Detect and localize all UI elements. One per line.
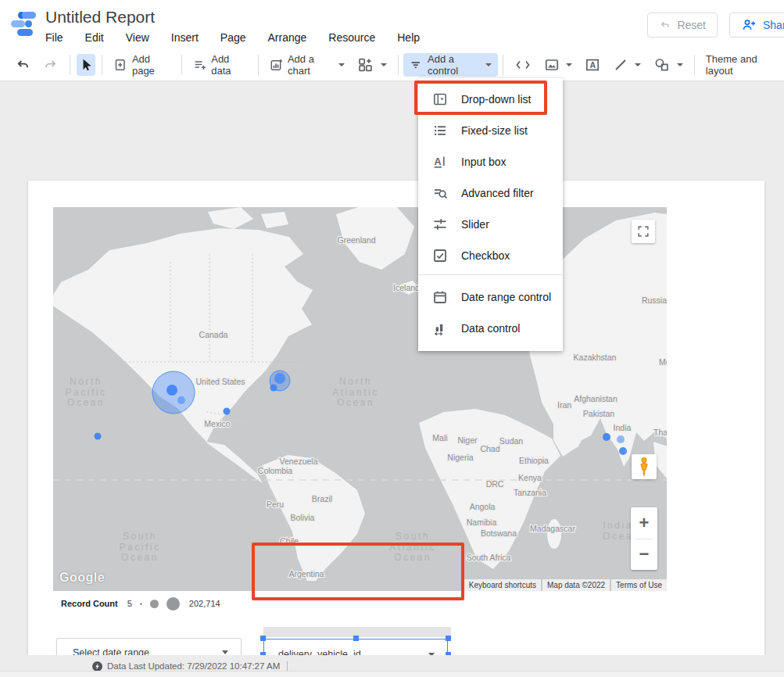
undo-icon [15, 57, 30, 73]
zoom-out-button[interactable]: − [631, 539, 657, 570]
map-data-copyright: Map data ©2022 [542, 579, 610, 591]
menu-item-checkbox[interactable]: Checkbox [418, 240, 563, 271]
resize-handle[interactable] [260, 636, 266, 641]
menu-item-date-range-control[interactable]: Date range control [418, 281, 563, 313]
menu-item-advanced-filter[interactable]: Advanced filter [418, 177, 563, 209]
add-image-button[interactable] [538, 53, 578, 77]
drop-down-list-icon [432, 91, 448, 107]
embed-url-button[interactable] [508, 53, 538, 77]
menu-divider [418, 274, 563, 275]
person-add-icon [741, 17, 757, 33]
keyboard-shortcuts-link[interactable]: Keyboard shortcuts [464, 579, 541, 591]
share-button[interactable]: Share [729, 13, 784, 38]
map-fullscreen-button[interactable] [632, 220, 655, 243]
map-label-mali: Mali [432, 433, 447, 442]
menu-item-label: Input box [461, 156, 507, 168]
advanced-filter-icon [432, 185, 448, 201]
add-data-button[interactable]: Add data [187, 53, 253, 77]
map-label-venezuela: Venezuela [279, 457, 317, 466]
add-shape-button[interactable] [647, 53, 689, 77]
line-icon [613, 57, 628, 73]
chevron-down-icon [338, 63, 345, 66]
map-label-chile: Chile [280, 536, 299, 546]
menu-edit[interactable]: Edit [85, 31, 104, 44]
menu-item-label: Advanced filter [461, 187, 534, 199]
menu-page[interactable]: Page [220, 31, 246, 44]
data-bubble[interactable] [95, 433, 102, 440]
map-label-bolivia: Bolivia [291, 513, 315, 522]
menu-view[interactable]: View [126, 31, 149, 44]
data-last-updated-text: Data Last Updated: 7/29/2022 10:47:27 AM [107, 661, 280, 671]
map-label-iceland: Iceland [393, 283, 420, 292]
menu-resource[interactable]: Resource [328, 31, 375, 44]
map-label-namibia: Namibia [467, 518, 497, 527]
map-label-botswana: Botswana [481, 528, 517, 538]
share-label: Share [763, 19, 784, 31]
data-bubble[interactable] [274, 373, 285, 384]
add-page-button[interactable]: Add page [107, 53, 176, 77]
svg-text:A: A [434, 156, 441, 167]
data-bubble[interactable] [617, 435, 625, 443]
legend-dot-large [166, 597, 180, 611]
menu-item-slider[interactable]: Slider [418, 209, 563, 240]
zoom-in-button[interactable]: + [631, 508, 657, 539]
text-box-icon: A [585, 57, 600, 73]
data-bubble[interactable] [270, 385, 277, 392]
embed-code-icon [514, 57, 532, 73]
data-bubble[interactable] [224, 408, 231, 415]
toolbar-divider [258, 55, 259, 75]
menu-arrange[interactable]: Arrange [268, 31, 307, 44]
map-label-south-africa: South Africa [467, 553, 511, 562]
chevron-down-icon [566, 63, 572, 66]
street-view-pegman-button[interactable] [632, 454, 657, 479]
freshness-bolt-icon [92, 661, 102, 672]
resize-handle[interactable] [446, 636, 451, 641]
add-line-button[interactable] [607, 53, 647, 77]
geo-bubble-map-chart[interactable]: GreenlandIcelandCanadaUnited StatesMexic… [53, 207, 667, 591]
terms-of-use-link[interactable]: Terms of Use [611, 579, 667, 591]
data-studio-logo-icon[interactable] [11, 10, 39, 38]
redo-button[interactable] [37, 53, 65, 77]
legend-dot-medium [150, 600, 159, 608]
map-label-iran: Iran [557, 400, 571, 410]
theme-layout-label: Theme and layout [706, 53, 778, 77]
ocean-label-south-pacific-ocean: SouthPacificOcean [120, 531, 161, 563]
menu-insert[interactable]: Insert [171, 31, 199, 44]
map-label-thailand: Thailand [653, 428, 667, 437]
ocean-label-north-pacific-ocean: NorthPacificOcean [66, 376, 107, 408]
data-bubble[interactable] [619, 447, 627, 455]
map-label-pakistan: Pakistan [583, 409, 614, 418]
menu-help[interactable]: Help [397, 31, 420, 44]
toolbar: Add page Add data Add [0, 48, 784, 81]
map-zoom-control: + − [631, 507, 657, 570]
toolbar-divider [102, 55, 102, 75]
add-chart-icon [270, 57, 283, 73]
undo-button[interactable] [9, 53, 37, 77]
menu-item-drop-down-list[interactable]: Drop-down list [418, 84, 563, 115]
add-a-control-button[interactable]: Add a control [403, 53, 498, 77]
menu-item-data-control[interactable]: Data control [418, 313, 563, 344]
resize-handle[interactable] [353, 636, 359, 641]
redo-icon [43, 57, 59, 73]
menu-item-input-box[interactable]: AInput box [418, 146, 563, 177]
data-bubble[interactable] [177, 396, 185, 404]
data-bubble[interactable] [166, 385, 177, 396]
add-chart-button[interactable]: Add a chart [263, 53, 351, 77]
community-visualizations-button[interactable] [351, 53, 393, 77]
add-text-button[interactable]: A [578, 53, 607, 77]
input-box-icon: A [432, 154, 448, 170]
chevron-down-icon [222, 650, 228, 654]
map-label-sudan: Sudan [499, 436, 524, 446]
legend-max-value: 202,714 [189, 599, 220, 608]
select-tool-button[interactable] [77, 54, 96, 76]
map-label-united-states: United States [195, 377, 245, 386]
menu-file[interactable]: File [45, 31, 63, 44]
google-logo[interactable]: Google [59, 571, 105, 585]
menu-item-label: Slider [461, 218, 489, 231]
report-title[interactable]: Untitled Report [45, 8, 155, 27]
theme-and-layout-button[interactable]: Theme and layout [700, 53, 784, 77]
data-bubble[interactable] [603, 433, 610, 441]
map-label-brazil: Brazil [312, 494, 332, 503]
menu-item-fixed-size-list[interactable]: Fixed-size list [418, 115, 563, 146]
reset-button[interactable]: Reset [647, 13, 718, 38]
